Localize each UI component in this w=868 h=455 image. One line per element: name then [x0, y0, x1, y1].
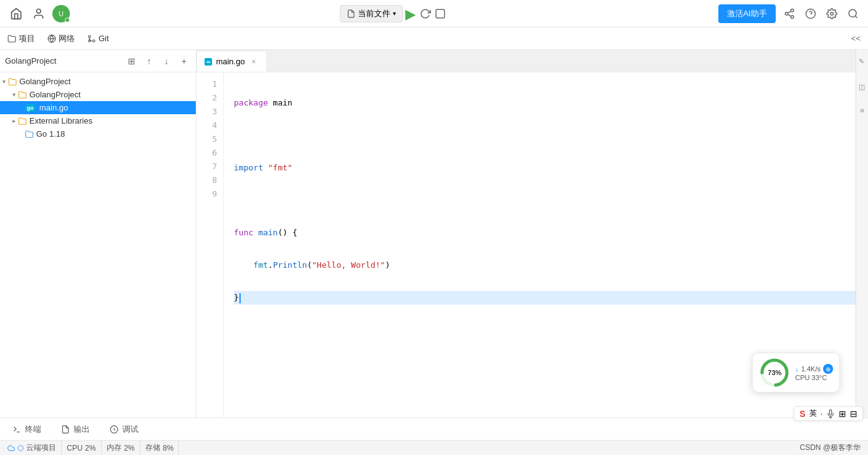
sidebar-download-icon[interactable]: ↓: [160, 54, 173, 68]
search-icon[interactable]: [846, 6, 861, 21]
svg-point-4: [791, 16, 794, 19]
grid-icon[interactable]: ⊞: [839, 409, 846, 419]
titlebar-right: 激活AI助手: [718, 4, 861, 23]
code-line-2: [234, 129, 856, 142]
side-tab-1[interactable]: ✎: [856, 55, 868, 68]
status-cloud-label: 云端项目: [26, 443, 56, 453]
sogou-logo: S: [799, 409, 805, 419]
bottom-tab-debug[interactable]: 调试: [105, 421, 143, 438]
mic-icon[interactable]: [826, 409, 835, 418]
nav-git-label: Git: [99, 34, 109, 43]
tree-item-go-sdk[interactable]: Go 1.18: [0, 127, 196, 140]
home-icon[interactable]: [7, 5, 25, 22]
tab-label: main.go: [216, 57, 244, 66]
sidebar-title: GolangProject: [5, 56, 122, 66]
nav-item-network[interactable]: 网络: [47, 33, 75, 44]
svg-point-0: [37, 9, 41, 13]
tree-item-main-go[interactable]: go main.go: [0, 101, 196, 114]
file-dropdown[interactable]: 当前文件 ▾: [340, 5, 403, 22]
line-numbers: 1 2 3 4 5 6 7 8 9: [196, 72, 224, 418]
run-button[interactable]: ▶: [403, 6, 418, 21]
status-bar: 云端项目 CPU 2% 内存 2% 存储 8% CSDN @极客李华: [0, 440, 868, 455]
svg-line-5: [788, 14, 791, 16]
code-line-1: package main: [234, 96, 856, 110]
status-cloud[interactable]: 云端项目: [7, 441, 62, 455]
cpu-info: ↓ 1.4K/s ⊕ CPU 33°C: [795, 364, 833, 381]
network-icon[interactable]: ⊕: [823, 364, 833, 374]
user-icon[interactable]: [30, 5, 47, 22]
status-bar-right: CSDN @极客李华: [799, 443, 861, 453]
code-line-6: fmt.Println("Hello, World!"): [234, 258, 856, 272]
cpu-circle: 73%: [759, 357, 790, 388]
sidebar-header: GolangProject ⊞ ↑ ↓ +: [0, 50, 196, 72]
sidebar-actions: ⊞ ↑ ↓ +: [125, 54, 191, 68]
status-memory: 内存 2%: [102, 441, 140, 455]
down-arrow-icon: ↓: [795, 365, 799, 373]
status-cpu-label: CPU: [67, 444, 82, 453]
status-storage: 存储 8%: [140, 441, 179, 455]
avatar[interactable]: U: [52, 5, 70, 22]
tree-item-external-libs[interactable]: ▸ External Libraries: [0, 114, 196, 127]
chevron-down-icon: ▾: [393, 10, 396, 17]
code-line-5: func main() {: [234, 226, 856, 240]
status-storage-value: 8%: [163, 444, 173, 453]
code-line-4: [234, 193, 856, 207]
side-tab-2[interactable]: ◫: [856, 81, 868, 94]
code-line-8: [234, 323, 856, 337]
sidebar-upload-icon[interactable]: ↑: [142, 54, 156, 68]
svg-point-19: [18, 445, 23, 450]
code-line-3: import "fmt": [234, 161, 856, 175]
en-label[interactable]: 英: [809, 408, 817, 419]
titlebar-center: 当前文件 ▾ ▶: [75, 5, 713, 22]
network-speed: 1.4K/s: [801, 365, 821, 373]
nav-collapse-button[interactable]: <<: [851, 34, 861, 43]
status-cpu-value: 2%: [85, 444, 95, 453]
file-dropdown-label: 当前文件: [358, 8, 390, 19]
stop-icon[interactable]: [433, 6, 448, 21]
svg-point-3: [785, 12, 788, 15]
bottom-tab-terminal[interactable]: 终端: [7, 421, 46, 438]
help-icon[interactable]: [803, 6, 818, 21]
bottom-panel: 终端 输出 调试: [0, 418, 868, 440]
tab-bar: ∞ main.go ×: [196, 50, 856, 72]
tree-item-golang-folder[interactable]: ▾ GolangProject: [0, 88, 196, 101]
tab-main-go[interactable]: ∞ main.go ×: [196, 51, 267, 72]
nav-project-label: 项目: [19, 33, 35, 44]
tab-close-icon[interactable]: ×: [249, 57, 259, 67]
cpu-temp-row: CPU 33°C: [795, 374, 833, 381]
reload-icon[interactable]: [418, 6, 433, 21]
sidebar: GolangProject ⊞ ↑ ↓ + ▾ GolangProject ▾ …: [0, 50, 196, 418]
svg-line-6: [788, 11, 791, 12]
tree-item-golang-root[interactable]: ▾ GolangProject: [0, 75, 196, 88]
settings-icon[interactable]: [824, 6, 839, 21]
right-side-panel: ✎ ◫ ≡: [856, 50, 868, 418]
status-memory-value: 2%: [124, 444, 135, 453]
bottom-tab-output[interactable]: 输出: [56, 421, 95, 438]
more-icon[interactable]: ⊟: [850, 409, 857, 419]
svg-point-15: [89, 35, 91, 37]
nav-item-project[interactable]: 项目: [7, 33, 35, 44]
network-speed-row: ↓ 1.4K/s ⊕: [795, 364, 833, 374]
svg-point-14: [93, 39, 95, 42]
navbar: 项目 网络 Git <<: [0, 27, 868, 50]
sidebar-layout-icon[interactable]: ⊞: [125, 54, 138, 68]
ai-assistant-button[interactable]: 激活AI助手: [718, 4, 776, 23]
status-cpu: CPU 2%: [62, 441, 102, 455]
side-tab-3[interactable]: ≡: [856, 106, 869, 115]
sidebar-tree: ▾ GolangProject ▾ GolangProject go main.…: [0, 72, 196, 418]
svg-point-9: [831, 12, 834, 15]
nav-item-git[interactable]: Git: [87, 34, 109, 43]
sidebar-add-icon[interactable]: +: [177, 54, 191, 68]
share-icon[interactable]: [782, 6, 797, 21]
separator-dot: ·: [821, 409, 822, 418]
titlebar-left: U: [7, 5, 70, 22]
cpu-widget[interactable]: 73% ↓ 1.4K/s ⊕ CPU 33°C: [752, 353, 840, 393]
code-line-7: }: [234, 291, 856, 305]
title-bar: U 当前文件 ▾ ▶ 激活AI助手: [0, 0, 868, 27]
main-content: GolangProject ⊞ ↑ ↓ + ▾ GolangProject ▾ …: [0, 50, 868, 418]
input-method-bar[interactable]: S 英 · ⊞ ⊟: [794, 406, 863, 421]
cpu-temp: CPU 33°C: [795, 374, 827, 381]
svg-point-2: [791, 9, 794, 12]
status-storage-label: 存储: [145, 443, 160, 453]
svg-point-10: [849, 9, 856, 17]
